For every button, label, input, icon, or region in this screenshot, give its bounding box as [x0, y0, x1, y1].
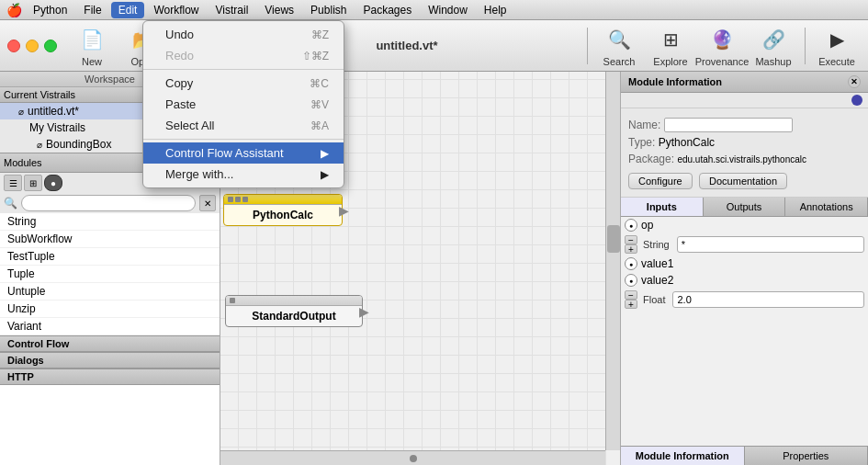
bottom-tab-properties[interactable]: Properties [745, 447, 869, 465]
canvas-scrollbar-vertical[interactable] [605, 72, 620, 450]
menu-item-label: Select All [165, 119, 214, 132]
search-clear-icon[interactable]: ✕ [199, 195, 216, 211]
menu-window[interactable]: Window [421, 2, 475, 18]
module-toggle-icon[interactable]: ● [44, 175, 62, 191]
node-arrow-icon: ▶ [359, 304, 369, 319]
menu-item-redo[interactable]: Redo ⇧⌘Z [143, 45, 344, 66]
edit-menu: Undo ⌘Z Redo ⇧⌘Z Copy ⌘C Paste ⌘V Select… [142, 20, 344, 188]
module-info-header: Module Information ✕ [621, 72, 868, 93]
port-input-float[interactable] [672, 291, 864, 308]
execute-button[interactable]: ▶ Execute [813, 24, 861, 68]
menu-separator-1 [143, 69, 344, 70]
menu-edit[interactable]: Edit [111, 2, 145, 18]
explore-icon: ⊞ [656, 25, 685, 54]
toolbar-separator-3 [805, 28, 806, 64]
tree-item-label: untitled.vt* [28, 105, 79, 118]
right-panel: Module Information ✕ Name: Type: PythonC… [620, 72, 868, 465]
menu-item-paste[interactable]: Paste ⌘V [143, 94, 344, 115]
search-magnifier-icon: 🔍 [4, 197, 17, 210]
menu-packages[interactable]: Packages [355, 2, 419, 18]
apple-menu[interactable]: 🍎 [4, 0, 24, 20]
close-panel-icon[interactable]: ✕ [848, 75, 861, 88]
maximize-button[interactable] [44, 40, 57, 52]
port-plus-button[interactable]: + [625, 244, 637, 254]
new-button[interactable]: 📄 New [68, 24, 116, 68]
tab-outputs[interactable]: Outputs [704, 198, 786, 216]
search-icon: 🔍 [604, 25, 634, 54]
menu-item-selectall[interactable]: Select All ⌘A [143, 115, 344, 136]
list-item[interactable]: String [0, 213, 220, 231]
module-search-input[interactable] [21, 195, 196, 211]
action-buttons: Configure Documentation [628, 173, 861, 189]
close-button[interactable] [7, 40, 20, 52]
port-minus-button[interactable]: − [625, 290, 637, 300]
node-standardoutput-header [226, 296, 362, 306]
menu-workflow[interactable]: Workflow [146, 2, 206, 18]
name-row: Name: [628, 116, 861, 134]
eye-icon[interactable]: ● [625, 257, 637, 270]
port-label-value2: value2 [641, 274, 864, 287]
menu-item-label: Control Flow Assistant [165, 146, 284, 160]
menu-item-shortcut: ⌘A [310, 119, 329, 132]
menu-item-shortcut: ⌘C [310, 77, 329, 90]
port-plus-button[interactable]: + [625, 300, 637, 309]
menu-views[interactable]: Views [257, 2, 301, 18]
node-dot [235, 197, 241, 202]
tree-item-label: BoundingBox [46, 138, 111, 151]
eye-icon[interactable]: ● [625, 219, 637, 232]
documentation-button[interactable]: Documentation [699, 173, 787, 189]
mashup-icon: 🔗 [759, 25, 788, 54]
tree-item-label: My Vistrails [29, 121, 85, 134]
name-label: Name: [628, 119, 660, 131]
canvas-scrollbar-horizontal[interactable] [220, 450, 605, 465]
menu-item-undo[interactable]: Undo ⌘Z [143, 24, 344, 45]
menu-separator-2 [143, 139, 344, 140]
list-item[interactable]: Unzip [0, 301, 220, 318]
menu-help[interactable]: Help [477, 2, 514, 18]
tab-annotations[interactable]: Annotations [785, 198, 868, 216]
menu-python[interactable]: Python [26, 2, 74, 18]
list-item[interactable]: Variant [0, 318, 220, 335]
submenu-arrow-icon: ▶ [321, 147, 329, 160]
list-item[interactable]: Untuple [0, 283, 220, 301]
module-grid-icon[interactable]: ⊞ [24, 175, 42, 191]
explore-button[interactable]: ⊞ Explore [647, 24, 694, 68]
port-controls: − + [625, 290, 637, 309]
ports-panel: ● op − + String ● value1 ● value2 [621, 217, 868, 446]
module-info: Name: Type: PythonCalc Package: edu.utah… [621, 108, 868, 198]
eye-icon[interactable]: ● [625, 274, 637, 287]
port-minus-button[interactable]: − [625, 235, 637, 244]
module-info-header-label: Module Information [628, 76, 722, 87]
menu-item-merge[interactable]: Merge with... ▶ [143, 164, 344, 185]
name-input[interactable] [664, 118, 793, 132]
vistrail-icon: ⌀ [37, 140, 42, 150]
bottom-tabs: Module Information Properties [621, 446, 868, 465]
provenance-button[interactable]: 🔮 Provenance [698, 24, 746, 68]
menu-file[interactable]: File [76, 2, 108, 18]
node-standardoutput-label: StandardOutput [226, 306, 362, 326]
module-list-icon[interactable]: ☰ [4, 175, 22, 191]
scroll-thumb[interactable] [607, 225, 620, 253]
search-row: 🔍 ✕ [0, 193, 220, 213]
menubar: 🍎 Python File Edit Workflow Vistrail Vie… [0, 0, 868, 20]
list-item[interactable]: TestTuple [0, 248, 220, 266]
search-button[interactable]: 🔍 Search [595, 24, 643, 68]
node-standardoutput[interactable]: StandardOutput ▶ [225, 295, 363, 327]
port-type-string: String [643, 239, 670, 250]
menu-publish[interactable]: Publish [303, 2, 354, 18]
configure-button[interactable]: Configure [628, 173, 693, 189]
menu-item-control-flow[interactable]: Control Flow Assistant ▶ [143, 142, 344, 164]
menu-item-shortcut: ⌘V [310, 98, 329, 111]
list-item[interactable]: SubWorkflow [0, 231, 220, 248]
vistrail-icon: ⌀ [18, 107, 24, 117]
mashup-button[interactable]: 🔗 Mashup [750, 24, 797, 68]
minimize-button[interactable] [26, 40, 39, 52]
menu-vistrail[interactable]: Vistrail [209, 2, 256, 18]
menu-item-copy[interactable]: Copy ⌘C [143, 73, 344, 94]
bottom-tab-module-info[interactable]: Module Information [621, 447, 745, 465]
tab-inputs[interactable]: Inputs [621, 198, 704, 216]
section-header-dialogs: Dialogs [0, 352, 220, 369]
node-pythoncalc[interactable]: PythonCalc ▶ [223, 194, 343, 226]
list-item[interactable]: Tuple [0, 266, 220, 283]
port-input-string[interactable] [677, 236, 864, 253]
